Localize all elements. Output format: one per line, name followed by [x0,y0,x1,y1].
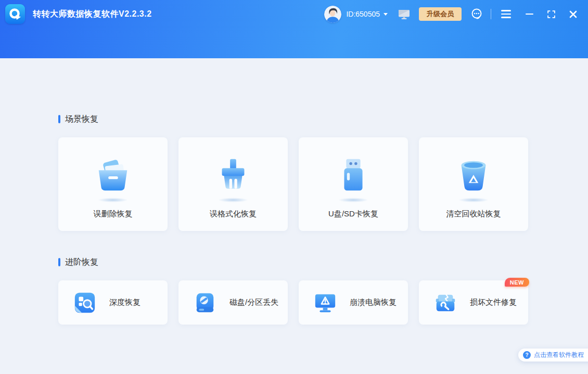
card-label: 磁盘/分区丢失 [229,298,278,307]
card-label: 误删除恢复 [94,209,133,219]
user-id-label: ID:650505 [346,10,380,18]
section-title: 场景恢复 [65,114,98,125]
chevron-down-icon[interactable] [384,13,388,16]
heading-accent-bar [58,258,60,266]
card-file-repair[interactable]: NEW 损坏文件修复 [419,280,528,325]
card-format-recovery[interactable]: 误格式化恢复 [178,137,288,231]
user-avatar[interactable] [324,6,341,23]
card-deep-recovery[interactable]: 深度恢复 [58,280,168,325]
card-label: 误格式化恢复 [210,209,257,219]
titlebar-separator [491,9,491,19]
card-label: 损坏文件修复 [470,298,517,307]
file-repair-icon [433,291,457,315]
section-heading-advanced: 进阶恢复 [58,256,588,268]
minimize-button[interactable] [523,8,535,20]
usb-drive-icon [332,154,375,197]
app-header: 转转大师数据恢复软件V2.2.3.2 ID:650505 [0,0,588,58]
help-tutorial-button[interactable]: ? 点击查看软件教程 [518,349,588,362]
hamburger-menu-icon[interactable] [499,8,513,20]
advanced-card-row: 深度恢复 磁盘/分区丢失 [58,280,588,325]
card-label: 清空回收站恢复 [446,209,501,219]
folder-icon [92,154,134,197]
app-title: 转转大师数据恢复软件V2.2.3.2 [33,9,152,20]
deep-scan-icon [73,291,97,315]
customer-service-icon[interactable] [470,8,483,20]
card-label: U盘/SD卡恢复 [328,209,378,219]
heading-accent-bar [58,115,60,123]
card-label: 深度恢复 [109,298,140,307]
card-deleted-file-recovery[interactable]: 误删除恢复 [58,137,168,231]
section-heading-scenario: 场景恢复 [58,113,588,125]
icon-shadow [218,198,248,202]
new-badge: NEW [505,278,529,287]
question-circle-icon: ? [523,351,531,359]
help-tutorial-label: 点击查看软件教程 [534,351,584,359]
disk-partition-icon [193,291,217,315]
upgrade-member-button[interactable]: 升级会员 [419,7,462,21]
icon-shadow [338,198,368,202]
section-title: 进阶恢复 [65,257,98,268]
maximize-button[interactable] [545,8,557,20]
main-content: 场景恢复 误删除恢复 [0,113,588,325]
icon-shadow [98,198,128,202]
card-label: 崩溃电脑恢复 [350,298,397,307]
format-brush-icon [212,154,254,197]
crashed-pc-icon [313,291,337,315]
recycle-bin-icon [452,154,495,197]
icon-shadow [458,198,489,202]
card-recycle-bin-recovery[interactable]: 清空回收站恢复 [419,137,528,231]
app-logo-icon [5,4,25,24]
device-monitor-icon[interactable] [398,9,410,19]
card-usb-sd-recovery[interactable]: U盘/SD卡恢复 [299,137,408,231]
card-crashed-pc-recovery[interactable]: 崩溃电脑恢复 [299,280,408,325]
scenario-card-row: 误删除恢复 误格式化恢复 [58,137,588,231]
card-disk-partition-loss[interactable]: 磁盘/分区丢失 [178,280,288,325]
titlebar: 转转大师数据恢复软件V2.2.3.2 ID:650505 [0,0,588,28]
close-button[interactable] [567,8,579,20]
